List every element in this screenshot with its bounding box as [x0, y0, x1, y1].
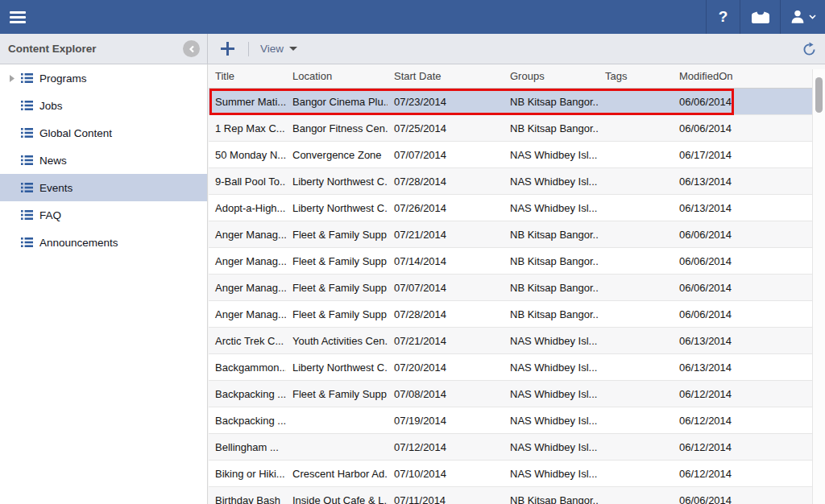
cell-groups: NB Kitsap Bangor...: [504, 494, 599, 504]
table-row[interactable]: Anger Manag...Fleet & Family Supp...07/0…: [209, 275, 812, 301]
expand-caret-icon[interactable]: [10, 184, 21, 192]
sidebar-item-faq[interactable]: FAQ: [0, 201, 207, 229]
cell-start_date: 07/26/2014: [388, 202, 504, 214]
cell-location: Liberty Northwest C...: [286, 361, 388, 374]
list-icon: [21, 155, 33, 165]
sidebar-item-programs[interactable]: Programs: [0, 64, 207, 92]
content-explorer-header: Content Explorer: [0, 34, 208, 64]
cell-location: Bangor Cinema Plu...: [286, 96, 388, 108]
hamburger-menu-icon[interactable]: [0, 0, 35, 34]
cell-title: Backpacking ...: [209, 388, 286, 400]
expand-caret-icon[interactable]: [10, 130, 21, 137]
table-row[interactable]: Biking or Hiki...Crescent Harbor Ad...07…: [209, 461, 812, 487]
column-header-groups[interactable]: Groups: [504, 70, 599, 82]
cell-modified_on: 06/06/2014: [673, 308, 769, 320]
table-row[interactable]: Anger Manag...Fleet & Family Supp...07/2…: [209, 221, 812, 248]
vertical-scrollbar-thumb[interactable]: [815, 77, 823, 113]
cell-location: Fleet & Family Supp...: [286, 282, 388, 294]
cell-groups: NAS Whidbey Isl...: [504, 415, 599, 427]
cell-location: Fleet & Family Supp...: [286, 308, 388, 320]
user-icon: [790, 9, 806, 25]
collapse-panel-button[interactable]: [183, 40, 200, 57]
cell-modified_on: 06/06/2014: [673, 122, 769, 134]
sidebar-item-global-content[interactable]: Global Content: [0, 119, 207, 147]
expand-caret-icon[interactable]: [10, 157, 21, 164]
column-header-modifiedon[interactable]: ModifiedOn: [673, 70, 769, 82]
cell-groups: NAS Whidbey Isl...: [504, 176, 599, 188]
column-header-start-date[interactable]: Start Date: [388, 70, 504, 82]
content-table: TitleLocationStart DateGroupsTagsModifie…: [209, 64, 825, 504]
cell-title: Anger Manag...: [209, 229, 286, 241]
sidebar-item-announcements[interactable]: Announcements: [0, 229, 207, 256]
sidebar-item-label: Global Content: [39, 127, 112, 139]
chevron-left-icon: [189, 45, 195, 53]
column-header-tags[interactable]: Tags: [599, 70, 673, 82]
table-row[interactable]: Bellingham ...07/12/2014NAS Whidbey Isl.…: [209, 434, 812, 461]
help-button[interactable]: ?: [706, 0, 740, 34]
sidebar-item-label: Programs: [39, 72, 87, 85]
cell-groups: NAS Whidbey Isl...: [504, 441, 599, 453]
table-row[interactable]: 9-Ball Pool To...Liberty Northwest C...0…: [209, 168, 812, 195]
expand-caret-icon[interactable]: [10, 75, 21, 82]
cell-groups: NAS Whidbey Isl...: [504, 361, 599, 374]
cell-modified_on: 06/12/2014: [673, 415, 769, 427]
table-row[interactable]: Anger Manag...Fleet & Family Supp...07/1…: [209, 248, 812, 275]
column-header-title[interactable]: Title: [209, 70, 286, 82]
sidebar-item-events[interactable]: Events: [0, 174, 207, 201]
messages-button[interactable]: [740, 0, 780, 34]
list-icon: [21, 73, 33, 83]
cell-start_date: 07/19/2014: [388, 415, 504, 427]
cell-groups: NB Kitsap Bangor...: [504, 122, 599, 134]
table-row[interactable]: Adopt-a-High...Liberty Northwest C...07/…: [209, 195, 812, 221]
panel-title: Content Explorer: [8, 43, 97, 55]
table-row[interactable]: Birthday BashInside Out Cafe & L...07/11…: [209, 487, 812, 504]
refresh-button[interactable]: [799, 39, 819, 59]
table-row[interactable]: 50 Monday N...Convergence Zone07/07/2014…: [209, 142, 812, 168]
cell-start_date: 07/12/2014: [388, 441, 504, 453]
sidebar-item-label: Announcements: [39, 237, 118, 249]
view-dropdown[interactable]: View: [260, 43, 297, 55]
expand-caret-icon[interactable]: [10, 239, 21, 246]
cell-modified_on: 06/12/2014: [673, 468, 769, 480]
cell-start_date: 07/10/2014: [388, 468, 504, 480]
table-toolbar: View: [208, 34, 825, 64]
cell-groups: NAS Whidbey Isl...: [504, 149, 599, 161]
list-icon: [21, 101, 33, 110]
table-header: TitleLocationStart DateGroupsTagsModifie…: [209, 64, 825, 89]
cell-start_date: 07/21/2014: [388, 229, 504, 241]
plus-icon: [221, 42, 234, 56]
cell-title: Biking or Hiki...: [209, 468, 286, 480]
cell-modified_on: 06/06/2014: [673, 96, 769, 108]
cell-location: Convergence Zone: [286, 149, 388, 161]
table-body: Summer Mati...Bangor Cinema Plu...07/23/…: [209, 89, 812, 504]
table-row[interactable]: Anger Manag...Fleet & Family Supp...07/2…: [209, 301, 812, 328]
add-content-button[interactable]: [218, 39, 237, 59]
table-row[interactable]: Backgammon...Liberty Northwest C...07/20…: [209, 354, 812, 381]
cell-location: Liberty Northwest C...: [286, 176, 388, 188]
sidebar-item-news[interactable]: News: [0, 147, 207, 174]
table-row[interactable]: Backpacking ...Fleet & Family Supp...07/…: [209, 381, 812, 407]
cell-groups: NB Kitsap Bangor...: [504, 229, 599, 241]
cell-modified_on: 06/12/2014: [673, 441, 769, 453]
cell-location: Bangor Fitness Cen...: [286, 122, 388, 134]
sidebar-item-label: Jobs: [39, 100, 63, 112]
table-row[interactable]: Arctic Trek C...Youth Activities Cen...0…: [209, 328, 812, 354]
user-menu-button[interactable]: [780, 0, 825, 34]
cell-start_date: 07/11/2014: [388, 494, 504, 504]
vertical-scrollbar-track[interactable]: [812, 69, 825, 504]
cell-groups: NB Kitsap Bangor...: [504, 308, 599, 320]
table-row[interactable]: Summer Mati...Bangor Cinema Plu...07/23/…: [209, 89, 812, 115]
expand-caret-icon[interactable]: [10, 212, 21, 219]
view-dropdown-label: View: [260, 43, 284, 55]
cell-title: 1 Rep Max C...: [209, 122, 286, 134]
table-row[interactable]: 1 Rep Max C...Bangor Fitness Cen...07/25…: [209, 115, 812, 142]
list-icon: [21, 210, 33, 220]
expand-caret-icon[interactable]: [10, 102, 21, 109]
cell-location: Inside Out Cafe & L...: [286, 494, 388, 504]
sidebar-item-label: FAQ: [39, 209, 61, 221]
column-header-location[interactable]: Location: [286, 70, 388, 82]
cell-location: Fleet & Family Supp...: [286, 388, 388, 400]
sidebar-item-jobs[interactable]: Jobs: [0, 92, 207, 119]
table-row[interactable]: Backpacking ...07/19/2014NAS Whidbey Isl…: [209, 407, 812, 434]
cell-groups: NAS Whidbey Isl...: [504, 335, 599, 347]
